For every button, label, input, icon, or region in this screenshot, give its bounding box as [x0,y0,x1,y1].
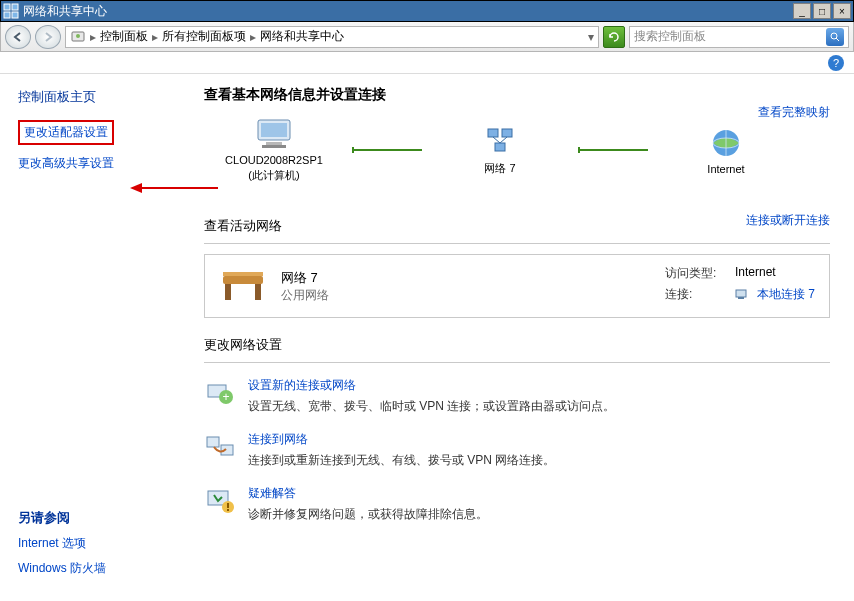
network-tasks: + 设置新的连接或网络 设置无线、宽带、拨号、临时或 VPN 连接；或设置路由器… [204,377,830,523]
svg-rect-27 [738,297,744,299]
help-row: ? [0,52,854,74]
svg-rect-13 [262,145,286,148]
task-new-connection: + 设置新的连接或网络 设置无线、宽带、拨号、临时或 VPN 连接；或设置路由器… [204,377,830,415]
window-controls: _ □ × [791,3,851,19]
connection-label: 连接: [665,286,725,303]
window-title: 网络和共享中心 [23,3,791,20]
map-connector [352,149,422,151]
breadcrumb-sep: ▸ [152,30,158,44]
globe-icon [708,125,744,161]
forward-button[interactable] [35,25,61,49]
sidebar: 控制面板主页 更改适配器设置 更改高级共享设置 另请参阅 Internet 选项… [0,74,200,601]
active-networks-title: 查看活动网络 [204,217,282,235]
task-connect-network: 连接到网络 连接到或重新连接到无线、有线、拨号或 VPN 网络连接。 [204,431,830,469]
main-content: 查看基本网络信息并设置连接 查看完整映射 CLOUD2008R2SP1 (此计算… [200,74,854,601]
help-icon[interactable]: ? [828,55,844,71]
svg-text:+: + [222,390,229,404]
svg-rect-26 [736,290,746,297]
svg-line-17 [493,137,500,143]
new-connection-link[interactable]: 设置新的连接或网络 [248,377,615,394]
control-panel-icon [70,29,86,45]
breadcrumb-root[interactable]: 控制面板 [100,28,148,45]
svg-rect-35 [227,503,229,508]
svg-rect-11 [261,123,287,137]
svg-line-18 [500,137,507,143]
search-placeholder: 搜索控制面板 [634,28,826,45]
new-connection-desc: 设置无线、宽带、拨号、临时或 VPN 连接；或设置路由器或访问点。 [248,398,615,415]
nic-icon [735,286,747,303]
network-icon [480,123,520,159]
connect-network-link[interactable]: 连接到网络 [248,431,555,448]
svg-rect-14 [488,129,498,137]
internet-label: Internet [707,163,744,175]
connect-network-icon [204,431,236,463]
node-network: 网络 7 [430,123,570,176]
internet-options-link[interactable]: Internet 选项 [18,535,106,552]
see-also: 另请参阅 Internet 选项 Windows 防火墙 [18,509,106,585]
divider [204,243,830,244]
address-bar[interactable]: ▸ 控制面板 ▸ 所有控制面板项 ▸ 网络和共享中心 ▾ [65,26,599,48]
svg-rect-23 [225,284,231,300]
svg-rect-22 [223,276,263,284]
new-connection-icon: + [204,377,236,409]
minimize-button[interactable]: _ [793,3,811,19]
network-name: 网络 7 [281,269,329,287]
troubleshoot-link[interactable]: 疑难解答 [248,485,488,502]
connection-link[interactable]: 本地连接 7 [757,286,815,303]
svg-rect-12 [266,142,282,145]
troubleshoot-icon [204,485,236,517]
svg-rect-3 [12,12,18,18]
troubleshoot-desc: 诊断并修复网络问题，或获得故障排除信息。 [248,506,488,523]
refresh-button[interactable] [603,26,625,48]
svg-point-5 [76,34,80,38]
windows-firewall-link[interactable]: Windows 防火墙 [18,560,106,577]
this-pc-sub: (此计算机) [248,168,299,183]
svg-rect-2 [4,12,10,18]
breadcrumb-leaf[interactable]: 网络和共享中心 [260,28,344,45]
task-troubleshoot: 疑难解答 诊断并修复网络问题，或获得故障排除信息。 [204,485,830,523]
svg-rect-31 [207,437,219,447]
svg-rect-25 [223,272,263,276]
svg-rect-16 [495,143,505,151]
dropdown-icon[interactable]: ▾ [588,30,594,44]
active-network-box: 网络 7 公用网络 访问类型:Internet 连接: 本地连接 7 [204,254,830,318]
svg-rect-15 [502,129,512,137]
breadcrumb-sep: ▸ [90,30,96,44]
svg-rect-0 [4,4,10,10]
computer-icon [252,116,296,152]
view-full-map-link[interactable]: 查看完整映射 [758,104,830,121]
breadcrumb-sep: ▸ [250,30,256,44]
map-connector [578,149,648,151]
search-input[interactable]: 搜索控制面板 [629,26,849,48]
access-info: 访问类型:Internet 连接: 本地连接 7 [665,265,815,307]
back-button[interactable] [5,25,31,49]
svg-line-7 [836,38,839,41]
navigation-bar: ▸ 控制面板 ▸ 所有控制面板项 ▸ 网络和共享中心 ▾ 搜索控制面板 [0,22,854,52]
connect-network-desc: 连接到或重新连接到无线、有线、拨号或 VPN 网络连接。 [248,452,555,469]
change-adapter-settings-link[interactable]: 更改适配器设置 [18,120,182,145]
body: 控制面板主页 更改适配器设置 更改高级共享设置 另请参阅 Internet 选项… [0,74,854,601]
svg-rect-36 [227,509,229,511]
connect-disconnect-link[interactable]: 连接或断开连接 [746,212,830,229]
access-type-label: 访问类型: [665,265,725,282]
network-label: 网络 7 [484,161,515,176]
node-this-computer: CLOUD2008R2SP1 (此计算机) [204,116,344,183]
svg-rect-24 [255,284,261,300]
close-button[interactable]: × [833,3,851,19]
app-icon [3,3,19,19]
sidebar-home[interactable]: 控制面板主页 [18,88,182,106]
divider [204,362,830,363]
maximize-button[interactable]: □ [813,3,831,19]
breadcrumb-mid[interactable]: 所有控制面板项 [162,28,246,45]
see-also-heading: 另请参阅 [18,509,106,527]
network-info: 网络 7 公用网络 [281,269,329,304]
title-bar: 网络和共享中心 _ □ × [0,0,854,22]
change-advanced-sharing-link[interactable]: 更改高级共享设置 [18,155,182,172]
network-type[interactable]: 公用网络 [281,287,329,304]
node-internet: Internet [656,125,796,175]
svg-rect-1 [12,4,18,10]
search-icon[interactable] [826,28,844,46]
page-heading: 查看基本网络信息并设置连接 [204,86,830,104]
network-map: CLOUD2008R2SP1 (此计算机) 网络 7 Internet [204,116,830,183]
this-pc-label: CLOUD2008R2SP1 [225,154,323,166]
